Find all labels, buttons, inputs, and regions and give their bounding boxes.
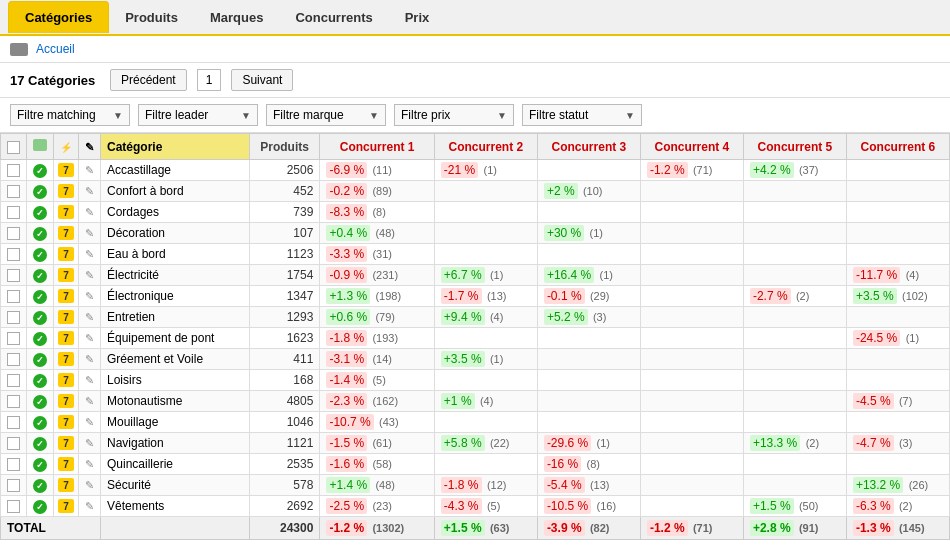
row-edit[interactable]: ✎ xyxy=(79,160,101,181)
row-category-name[interactable]: Électronique xyxy=(101,286,250,307)
row-edit[interactable]: ✎ xyxy=(79,223,101,244)
row-c1: -2.5 % (23) xyxy=(320,496,434,517)
row-category-name[interactable]: Quincaillerie xyxy=(101,454,250,475)
row-edit[interactable]: ✎ xyxy=(79,307,101,328)
row-c1: +1.3 % (198) xyxy=(320,286,434,307)
row-checkbox[interactable] xyxy=(1,433,27,454)
filter-leader[interactable]: Filtre leader ▼ xyxy=(138,104,258,126)
row-edit[interactable]: ✎ xyxy=(79,412,101,433)
row-edit[interactable]: ✎ xyxy=(79,370,101,391)
row-c4 xyxy=(640,349,743,370)
row-category-name[interactable]: Mouillage xyxy=(101,412,250,433)
row-checkbox[interactable] xyxy=(1,412,27,433)
row-badge: 7 xyxy=(54,475,79,496)
row-edit[interactable]: ✎ xyxy=(79,265,101,286)
row-category-name[interactable]: Entretien xyxy=(101,307,250,328)
row-produits: 1121 xyxy=(249,433,320,454)
row-c4 xyxy=(640,265,743,286)
breadcrumb-text[interactable]: Accueil xyxy=(36,42,75,56)
row-checkbox[interactable] xyxy=(1,328,27,349)
breadcrumb: Accueil xyxy=(0,36,950,63)
table-row: ✓ 7 ✎ Loisirs 168 -1.4 % (5) xyxy=(1,370,950,391)
col-checkbox-header xyxy=(1,134,27,160)
row-checkbox[interactable] xyxy=(1,181,27,202)
table-row: ✓ 7 ✎ Confort à bord 452 -0.2 % (89) +2 … xyxy=(1,181,950,202)
row-edit[interactable]: ✎ xyxy=(79,475,101,496)
filter-prix-label: Filtre prix xyxy=(401,108,450,122)
tab-concurrents[interactable]: Concurrents xyxy=(279,2,388,33)
prev-button[interactable]: Précédent xyxy=(110,69,187,91)
row-checkbox[interactable] xyxy=(1,391,27,412)
row-edit[interactable]: ✎ xyxy=(79,181,101,202)
row-category-name[interactable]: Motonautisme xyxy=(101,391,250,412)
row-checkbox[interactable] xyxy=(1,223,27,244)
row-edit[interactable]: ✎ xyxy=(79,496,101,517)
table-row: ✓ 7 ✎ Vêtements 2692 -2.5 % (23) -4.3 % … xyxy=(1,496,950,517)
tab-categories[interactable]: Catégories xyxy=(8,1,109,33)
row-edit[interactable]: ✎ xyxy=(79,391,101,412)
row-checkbox[interactable] xyxy=(1,160,27,181)
row-category-name[interactable]: Loisirs xyxy=(101,370,250,391)
filter-matching[interactable]: Filtre matching ▼ xyxy=(10,104,130,126)
category-count: 17 Catégories xyxy=(10,73,100,88)
row-edit[interactable]: ✎ xyxy=(79,202,101,223)
row-c1: -8.3 % (8) xyxy=(320,202,434,223)
row-category-name[interactable]: Accastillage xyxy=(101,160,250,181)
row-checkbox[interactable] xyxy=(1,475,27,496)
row-edit[interactable]: ✎ xyxy=(79,454,101,475)
row-c5 xyxy=(743,349,846,370)
table-row: ✓ 7 ✎ Mouillage 1046 -10.7 % (43) xyxy=(1,412,950,433)
row-c2 xyxy=(434,412,537,433)
row-category-name[interactable]: Gréement et Voile xyxy=(101,349,250,370)
row-edit[interactable]: ✎ xyxy=(79,328,101,349)
row-category-name[interactable]: Cordages xyxy=(101,202,250,223)
row-category-name[interactable]: Confort à bord xyxy=(101,181,250,202)
row-checkbox[interactable] xyxy=(1,244,27,265)
row-checkbox[interactable] xyxy=(1,307,27,328)
row-checkbox[interactable] xyxy=(1,454,27,475)
row-checkbox[interactable] xyxy=(1,202,27,223)
row-badge: 7 xyxy=(54,265,79,286)
tab-marques[interactable]: Marques xyxy=(194,2,279,33)
row-category-name[interactable]: Décoration xyxy=(101,223,250,244)
row-category-name[interactable]: Électricité xyxy=(101,265,250,286)
row-status: ✓ xyxy=(27,223,54,244)
status-icon xyxy=(33,139,47,151)
row-status: ✓ xyxy=(27,244,54,265)
filter-marque-arrow: ▼ xyxy=(369,110,379,121)
row-checkbox[interactable] xyxy=(1,286,27,307)
tab-produits[interactable]: Produits xyxy=(109,2,194,33)
filter-prix[interactable]: Filtre prix ▼ xyxy=(394,104,514,126)
row-badge: 7 xyxy=(54,307,79,328)
row-category-name[interactable]: Navigation xyxy=(101,433,250,454)
row-status: ✓ xyxy=(27,454,54,475)
row-edit[interactable]: ✎ xyxy=(79,349,101,370)
row-badge: 7 xyxy=(54,181,79,202)
row-category-name[interactable]: Sécurité xyxy=(101,475,250,496)
row-checkbox[interactable] xyxy=(1,496,27,517)
row-edit[interactable]: ✎ xyxy=(79,286,101,307)
row-checkbox[interactable] xyxy=(1,349,27,370)
row-edit[interactable]: ✎ xyxy=(79,244,101,265)
row-edit[interactable]: ✎ xyxy=(79,433,101,454)
table-row: ✓ 7 ✎ Accastillage 2506 -6.9 % (11) -21 … xyxy=(1,160,950,181)
row-c1: -1.8 % (193) xyxy=(320,328,434,349)
row-checkbox[interactable] xyxy=(1,265,27,286)
next-button[interactable]: Suivant xyxy=(231,69,293,91)
row-produits: 452 xyxy=(249,181,320,202)
row-c1: -3.3 % (31) xyxy=(320,244,434,265)
row-category-name[interactable]: Équipement de pont xyxy=(101,328,250,349)
row-category-name[interactable]: Vêtements xyxy=(101,496,250,517)
row-c1: +1.4 % (48) xyxy=(320,475,434,496)
row-status: ✓ xyxy=(27,370,54,391)
tab-prix[interactable]: Prix xyxy=(389,2,446,33)
col-c2-header: Concurrent 2 xyxy=(434,134,537,160)
header-checkbox[interactable] xyxy=(7,141,20,154)
row-category-name[interactable]: Eau à bord xyxy=(101,244,250,265)
filter-statut[interactable]: Filtre statut ▼ xyxy=(522,104,642,126)
row-checkbox[interactable] xyxy=(1,370,27,391)
row-c4 xyxy=(640,307,743,328)
filter-marque[interactable]: Filtre marque ▼ xyxy=(266,104,386,126)
row-produits: 2692 xyxy=(249,496,320,517)
filter-statut-arrow: ▼ xyxy=(625,110,635,121)
